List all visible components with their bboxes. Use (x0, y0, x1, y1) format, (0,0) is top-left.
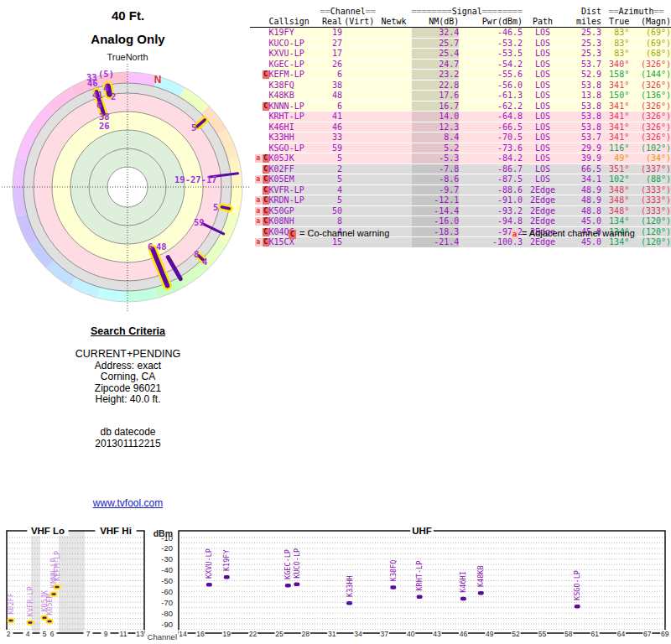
cell-azimuth-magn: (102°) (629, 143, 671, 153)
search-city: Corning, CA (0, 371, 256, 383)
col-header-callsign: Callsign (269, 17, 320, 28)
cell-azimuth-true: 158° (601, 70, 629, 80)
cell-virtual-channel (342, 174, 377, 185)
polar-channel-label: 48 (156, 242, 167, 252)
channel-tick-34: 34 (354, 630, 362, 638)
cell-path: LOS (523, 132, 563, 143)
polar-channel-label: 26 (99, 121, 110, 131)
cell-pwr-dbm: -46.5 (459, 28, 523, 39)
cell-callsign: K08NH (269, 216, 320, 227)
cell-miles: 53.8 (563, 112, 601, 122)
cell-network (377, 91, 412, 101)
cell-nm-db: 14.0 (412, 112, 460, 122)
cell-pwr-dbm: -66.5 (459, 122, 523, 132)
dbm-tick--70: -70 (161, 598, 173, 607)
cell-real-channel: 46 (320, 122, 342, 132)
cell-nm-db: 23.2 (412, 70, 460, 80)
cell-path: LOS (523, 122, 563, 132)
cell-callsign: K38FQ (269, 80, 320, 91)
channel-tick-28: 28 (302, 630, 310, 638)
cell-virtual-channel (342, 164, 377, 174)
cell-miles: 53.8 (563, 122, 601, 132)
signal-table: ==Channel==========Signal========Dist==A… (250, 7, 671, 248)
cell-azimuth-true: 340° (601, 59, 629, 70)
channel-tick-40: 40 (407, 630, 415, 638)
cell-azimuth-magn: (333°) (629, 184, 671, 195)
cell-network (377, 112, 412, 122)
dbm-tick--90: -90 (161, 620, 173, 629)
cell-nm-db: -5.3 (412, 153, 460, 164)
cell-callsign: KVFR-LP (269, 184, 320, 195)
co-channel-warning-badge: C (263, 207, 269, 216)
co-channel-warning-badge: C (263, 154, 269, 163)
cell-path: LOS (523, 153, 563, 164)
cell-azimuth-magn: (326°) (629, 59, 671, 70)
adjacent-channel-warning-badge: a (255, 196, 262, 205)
channel-tick-49: 49 (486, 630, 494, 638)
bar-label-K33HH: K33HH (346, 575, 354, 597)
table-row-K08NH: aCK08NH8-16.0-94.82Edge45.0134°(120°) (250, 216, 671, 227)
cell-azimuth-magn: (136°) (629, 91, 671, 101)
cell-pwr-dbm: -53.5 (459, 49, 523, 60)
table-row-KVFR-LP: CKVFR-LP4-9.7-88.62Edge48.9348°(333°) (250, 184, 671, 195)
cell-azimuth-magn: (333°) (629, 205, 671, 216)
cell-network (377, 80, 412, 91)
dbm-tick--60: -60 (161, 587, 173, 596)
table-row-KRHT-LP: KRHT-LP4114.0-64.8LOS53.8341°(326°) (250, 112, 671, 122)
adjacent-channel-warning-badge: a (255, 175, 262, 184)
cell-network (377, 184, 412, 195)
warning-badges (250, 38, 269, 49)
cell-azimuth-magn: (326°) (629, 132, 671, 143)
cell-path: LOS (523, 28, 563, 39)
magnetic-north-label: N (154, 74, 162, 86)
cell-azimuth-magn: (120°) (629, 237, 671, 248)
table-row-KNNN-LP: CKNNN-LP616.7-62.2LOS53.8341°(326°) (250, 101, 671, 112)
cell-callsign: K33HH (269, 132, 320, 143)
co-channel-badge: C (289, 230, 296, 239)
co-channel-legend: C= Co-channel warning (288, 228, 389, 239)
cell-miles: 45.0 (563, 216, 601, 227)
cell-pwr-dbm: -70.5 (459, 132, 523, 143)
cell-miles: 13.8 (563, 91, 601, 101)
channel-tick-5: 5 (43, 630, 47, 638)
cell-path: LOS (523, 59, 563, 70)
cell-real-channel: 41 (320, 112, 342, 122)
polar-channel-label: 5 (213, 202, 218, 212)
cell-virtual-channel (342, 216, 377, 227)
warning-badges (250, 59, 269, 70)
warning-badges (250, 49, 269, 60)
cell-real-channel: 26 (320, 59, 342, 70)
cell-miles: 53.8 (563, 101, 601, 112)
dbm-tick--50: -50 (161, 576, 173, 585)
cell-real-channel: 38 (320, 80, 342, 91)
cell-real-channel: 17 (320, 49, 342, 60)
cell-azimuth-true: 341° (601, 112, 629, 122)
polar-channel-label: (5) (98, 69, 114, 79)
col-header-azimuth-magn: (Magn) (629, 17, 671, 28)
co-channel-legend-text: = Co-channel warning (299, 228, 389, 238)
cell-miles: 25.3 (563, 28, 601, 39)
signal-bar-K02FF (8, 619, 14, 623)
tvfool-link[interactable]: www.tvfool.com (93, 497, 163, 509)
polar-marker-az-102 (219, 204, 232, 211)
table-row-KEFM-LP: CKEFM-LP623.2-55.6LOS52.9158°(144°) (250, 70, 671, 80)
adjacent-channel-badge: a (511, 230, 518, 239)
cell-callsign: KRDN-LP (269, 195, 320, 206)
cell-network (377, 28, 412, 39)
cell-callsign: K46HI (269, 122, 320, 132)
table-row-KUCO-LP: KUCO-LP2725.7-53.2LOS25.383°(69°) (250, 38, 671, 49)
channel-tick-43: 43 (433, 630, 441, 638)
cell-pwr-dbm: -91.0 (459, 195, 523, 206)
antenna-height-title: 40 Ft. (0, 8, 256, 23)
cell-real-channel: 2 (320, 164, 342, 174)
bar-label-KSGO-LP: KSGO-LP (573, 570, 581, 600)
cell-miles: 53.7 (563, 59, 601, 70)
cell-virtual-channel (342, 49, 377, 60)
cell-pwr-dbm: -53.2 (459, 38, 523, 49)
cell-virtual-channel (342, 184, 377, 195)
cell-nm-db: -21.4 (412, 237, 460, 248)
cell-path: LOS (523, 80, 563, 91)
table-row-K02FF: CK02FF2-7.8-86.7LOS66.5351°(337°) (250, 164, 671, 174)
bar-label-K38FQ: K38FQ (389, 560, 398, 582)
cell-azimuth-true: 102° (601, 174, 629, 185)
